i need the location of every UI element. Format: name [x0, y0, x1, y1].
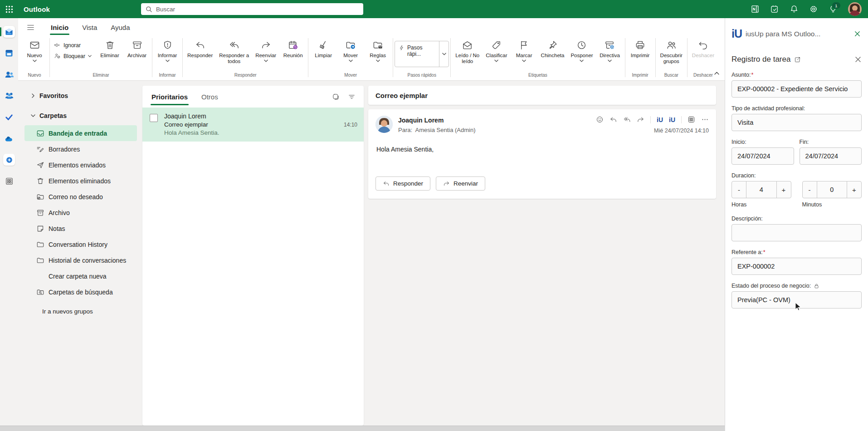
- filter-icon[interactable]: [348, 93, 356, 101]
- sender-avatar[interactable]: [375, 116, 393, 133]
- rail-onedrive-icon[interactable]: [3, 132, 15, 144]
- reply-icon[interactable]: [610, 116, 617, 123]
- rail-mail-icon[interactable]: [3, 26, 15, 38]
- discover-groups-button[interactable]: Descubrir grupos: [657, 36, 686, 64]
- ignore-button[interactable]: Ignorar: [54, 42, 92, 49]
- tab-otros[interactable]: Otros: [200, 91, 219, 103]
- tab-prioritarios[interactable]: Prioritarios: [151, 91, 189, 103]
- move-button[interactable]: Mover: [337, 36, 364, 62]
- select-messages-icon[interactable]: [332, 93, 340, 101]
- new-mail-button[interactable]: Nuevo: [21, 36, 48, 62]
- horas-unit-label: Horas: [731, 201, 791, 208]
- tab-vista[interactable]: Vista: [81, 22, 98, 33]
- forward-button[interactable]: Reenviar: [252, 36, 279, 62]
- folder-item-archive[interactable]: Archivo: [24, 205, 137, 220]
- block-button[interactable]: Bloquear: [54, 53, 92, 59]
- more-options-icon[interactable]: [701, 116, 709, 123]
- rules-button[interactable]: Reglas: [364, 36, 391, 62]
- addin-close-icon[interactable]: [854, 30, 861, 37]
- reply-button[interactable]: Responder: [184, 36, 216, 59]
- horas-plus-button[interactable]: +: [777, 181, 791, 198]
- hamburger-menu-icon[interactable]: [23, 20, 38, 34]
- tipo-actividad-field[interactable]: Visita: [731, 114, 862, 131]
- tab-inicio[interactable]: Inicio: [50, 22, 69, 33]
- horas-value[interactable]: 4: [746, 181, 777, 198]
- sweep-button[interactable]: Limpiar: [310, 36, 337, 59]
- reply-button[interactable]: Responder: [375, 176, 430, 191]
- horas-minus-button[interactable]: -: [732, 181, 746, 198]
- flag-button[interactable]: Marcar: [511, 36, 538, 62]
- rail-more-apps-icon[interactable]: [3, 175, 15, 187]
- folder-item-conversation-history[interactable]: Conversation History: [24, 236, 137, 252]
- fin-date-field[interactable]: 24/07/2024: [800, 147, 862, 165]
- tips-badge: 1: [832, 2, 841, 9]
- horizontal-scrollbar[interactable]: [0, 426, 725, 431]
- snooze-button[interactable]: Posponer: [567, 36, 596, 62]
- settings-gear-icon[interactable]: [809, 5, 818, 14]
- carpetas-section-header[interactable]: Carpetas: [18, 109, 142, 122]
- app-launcher-waffle-icon[interactable]: [0, 0, 18, 18]
- tab-ayuda[interactable]: Ayuda: [110, 22, 131, 33]
- mute-speaker-icon: [54, 42, 61, 49]
- open-in-new-window-icon[interactable]: [794, 56, 801, 63]
- minutos-value[interactable]: 0: [817, 181, 848, 198]
- reply-all-button[interactable]: Responder a todos: [216, 36, 252, 64]
- rail-people-icon[interactable]: [3, 69, 15, 80]
- iusup-addin-button[interactable]: iU: [657, 116, 663, 123]
- undo-button[interactable]: Deshacer: [689, 36, 717, 59]
- message-sender-name[interactable]: Joaquin Lorem: [398, 116, 476, 124]
- folder-item-historial[interactable]: Historial de conversaciones: [24, 252, 137, 268]
- reply-all-icon[interactable]: [623, 116, 631, 123]
- categorize-button[interactable]: Clasificar: [483, 36, 510, 62]
- folder-item-deleted[interactable]: Elementos eliminados: [24, 173, 137, 189]
- report-button[interactable]: Informar: [154, 36, 181, 62]
- iusup-addin-button-2[interactable]: iU: [669, 116, 675, 123]
- estado-field[interactable]: Previa(PC - OVM): [731, 291, 862, 309]
- notifications-bell-icon[interactable]: [790, 5, 799, 14]
- message-list-item[interactable]: Joaquin Lorem Correo ejemplar 14:10 Hola…: [142, 108, 364, 142]
- go-to-groups-link[interactable]: Ir a nuevos grupos: [18, 308, 142, 315]
- forward-button[interactable]: Reenviar: [436, 176, 485, 191]
- pin-button[interactable]: Chincheta: [538, 36, 568, 59]
- folder-item-notes[interactable]: Notas: [24, 220, 137, 236]
- search-input[interactable]: Buscar: [141, 3, 363, 15]
- user-avatar[interactable]: [848, 2, 862, 16]
- form-close-icon[interactable]: [854, 56, 862, 63]
- reactions-smiley-icon[interactable]: [596, 116, 604, 123]
- rail-groups-icon[interactable]: [3, 90, 15, 102]
- print-button[interactable]: Imprimir: [627, 36, 654, 59]
- minutos-minus-button[interactable]: -: [803, 181, 817, 198]
- tips-bulb-icon[interactable]: 1: [829, 5, 838, 14]
- asunto-field[interactable]: EXP-000002 - Expediente de Servicio: [731, 80, 862, 98]
- todo-tasks-icon[interactable]: [770, 5, 779, 14]
- onenote-icon[interactable]: [751, 5, 760, 14]
- referente-field[interactable]: EXP-000002: [731, 258, 862, 275]
- recipient-name[interactable]: Amesia Sentia (Admin): [415, 127, 476, 133]
- reply-arrow-icon: [195, 40, 205, 50]
- forward-icon[interactable]: [637, 116, 644, 123]
- delete-button[interactable]: Eliminar: [96, 36, 123, 59]
- rail-addin-app-icon[interactable]: [3, 154, 15, 166]
- rail-todo-icon[interactable]: [3, 111, 15, 123]
- favoritos-section-header[interactable]: Favoritos: [18, 89, 142, 103]
- folder-item-drafts[interactable]: Borradores: [24, 141, 137, 157]
- folder-item-inbox[interactable]: Bandeja de entrada: [24, 125, 137, 141]
- policy-button[interactable]: Directiva: [596, 36, 624, 62]
- create-new-folder-link[interactable]: Crear carpeta nueva: [24, 268, 137, 284]
- folder-item-junk[interactable]: Correo no deseado: [24, 189, 137, 205]
- read-unread-button[interactable]: Leído / No leído: [452, 36, 483, 64]
- minutos-plus-button[interactable]: +: [847, 181, 861, 198]
- quick-steps-box[interactable]: Pasos rápi...: [395, 41, 449, 67]
- archive-button[interactable]: Archivar: [123, 36, 151, 59]
- message-checkbox[interactable]: [150, 114, 158, 122]
- meeting-button[interactable]: Reunión: [279, 36, 307, 59]
- group-label-informar: Informar: [154, 72, 181, 80]
- folder-item-search-folders[interactable]: Carpetas de búsqueda: [24, 284, 137, 300]
- inicio-date-field[interactable]: 24/07/2024: [731, 147, 794, 165]
- folder-item-sent[interactable]: Elementos enviados: [24, 157, 137, 173]
- quick-steps-dropdown[interactable]: [439, 41, 449, 67]
- rail-calendar-icon[interactable]: [3, 47, 15, 59]
- descripcion-field[interactable]: [731, 224, 862, 241]
- chevron-right-icon: [31, 93, 35, 98]
- apps-grid-icon[interactable]: [688, 116, 695, 123]
